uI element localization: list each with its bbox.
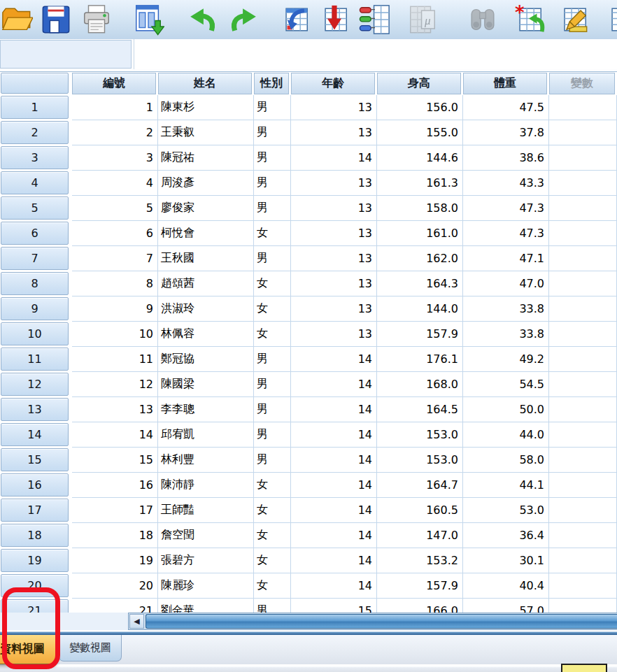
cell-weight[interactable]: 47.0 xyxy=(463,271,549,296)
cell-reference-box[interactable] xyxy=(0,40,132,69)
cell-extra[interactable] xyxy=(549,498,617,523)
cell-id[interactable]: 10 xyxy=(72,322,158,347)
cell-id[interactable]: 8 xyxy=(72,271,158,296)
cell-id[interactable]: 17 xyxy=(72,498,158,523)
cell-id[interactable]: 20 xyxy=(72,573,158,599)
cell-height[interactable]: 153.0 xyxy=(377,448,463,473)
row-header-5[interactable]: 5 xyxy=(0,196,72,221)
row-header-button[interactable]: 1 xyxy=(1,96,69,119)
cell-gender[interactable]: 女 xyxy=(254,498,291,523)
cell-age[interactable]: 13 xyxy=(291,246,377,271)
row-header-21[interactable]: 21 xyxy=(0,599,72,613)
cell-height[interactable]: 176.1 xyxy=(377,347,463,372)
row-header-button[interactable]: 15 xyxy=(1,448,69,471)
cell-height[interactable]: 160.5 xyxy=(377,498,463,523)
row-header-button[interactable]: 3 xyxy=(1,146,69,169)
cell-weight[interactable]: 43.3 xyxy=(463,171,549,196)
cell-height[interactable]: 166.0 xyxy=(377,599,463,613)
cell-age[interactable]: 14 xyxy=(291,422,377,448)
row-header-4[interactable]: 4 xyxy=(0,171,72,196)
cell-gender[interactable]: 女 xyxy=(254,296,291,322)
row-header-button[interactable]: 16 xyxy=(1,473,69,496)
column-header-height[interactable]: 身高 xyxy=(377,73,461,94)
cell-weight[interactable]: 47.1 xyxy=(463,246,549,271)
cell-name[interactable]: 陳國梁 xyxy=(158,372,254,397)
cell-weight[interactable]: 33.8 xyxy=(463,322,549,347)
cell-extra[interactable] xyxy=(549,548,617,573)
cell-gender[interactable]: 女 xyxy=(254,221,291,246)
cell-height[interactable]: 161.3 xyxy=(377,171,463,196)
cell-name[interactable]: 鄭冠協 xyxy=(158,347,254,372)
cell-name[interactable]: 趙頌茜 xyxy=(158,271,254,296)
cell-height[interactable]: 157.9 xyxy=(377,573,463,599)
tab-data-view[interactable]: 資料視圖 xyxy=(0,635,56,664)
cell-extra[interactable] xyxy=(549,95,617,120)
row-header-button[interactable]: 13 xyxy=(1,398,69,421)
cell-name[interactable]: 廖俊家 xyxy=(158,196,254,221)
cell-gender[interactable]: 男 xyxy=(254,145,291,171)
cell-id[interactable]: 12 xyxy=(72,372,158,397)
cell-extra[interactable] xyxy=(549,171,617,196)
cell-id[interactable]: 1 xyxy=(72,95,158,120)
cell-weight[interactable]: 54.5 xyxy=(463,372,549,397)
cell-age[interactable]: 13 xyxy=(291,171,377,196)
cell-id[interactable]: 18 xyxy=(72,523,158,548)
cell-age[interactable]: 13 xyxy=(291,271,377,296)
row-header-10[interactable]: 10 xyxy=(0,322,72,347)
recall-dialogs-icon[interactable] xyxy=(132,2,165,37)
row-header-8[interactable]: 8 xyxy=(0,271,72,296)
cell-gender[interactable]: 女 xyxy=(254,271,291,296)
cell-gender[interactable]: 男 xyxy=(254,196,291,221)
cell-extra[interactable] xyxy=(549,196,617,221)
cell-name[interactable]: 詹空閏 xyxy=(158,523,254,548)
cell-name[interactable]: 林利豐 xyxy=(158,448,254,473)
row-header-17[interactable]: 17 xyxy=(0,498,72,523)
cell-id[interactable]: 21 xyxy=(72,599,158,613)
cell-id[interactable]: 19 xyxy=(72,548,158,573)
cell-extra[interactable] xyxy=(549,120,617,145)
cell-name[interactable]: 林佩容 xyxy=(158,322,254,347)
cell-age[interactable]: 14 xyxy=(291,145,377,171)
cell-gender[interactable]: 男 xyxy=(254,95,291,120)
cell-edit-field[interactable] xyxy=(134,39,617,69)
column-header-weight[interactable]: 體重 xyxy=(463,73,547,94)
cell-extra[interactable] xyxy=(549,145,617,171)
cell-name[interactable]: 洪淑玲 xyxy=(158,296,254,322)
row-header-button[interactable]: 20 xyxy=(1,574,69,597)
cell-id[interactable]: 7 xyxy=(72,246,158,271)
cell-gender[interactable]: 男 xyxy=(254,246,291,271)
cell-name[interactable]: 周浚彥 xyxy=(158,171,254,196)
cell-extra[interactable] xyxy=(549,523,617,548)
cell-gender[interactable]: 男 xyxy=(254,599,291,613)
row-header-6[interactable]: 6 xyxy=(0,221,72,246)
scrollbar-thumb[interactable] xyxy=(146,614,617,629)
row-header-button[interactable]: 11 xyxy=(1,348,69,371)
row-header-button[interactable]: 5 xyxy=(1,196,69,220)
cell-extra[interactable] xyxy=(549,221,617,246)
cell-name[interactable]: 王秋國 xyxy=(158,246,254,271)
cell-age[interactable]: 14 xyxy=(291,448,377,473)
cell-height[interactable]: 144.6 xyxy=(377,145,463,171)
insert-cases-icon[interactable]: * xyxy=(512,2,546,37)
cell-gender[interactable]: 女 xyxy=(254,548,291,573)
cell-age[interactable]: 13 xyxy=(291,95,377,120)
cell-age[interactable]: 15 xyxy=(291,599,377,613)
cell-weight[interactable]: 44.0 xyxy=(463,422,549,448)
cell-id[interactable]: 15 xyxy=(72,448,158,473)
cell-height[interactable]: 153.0 xyxy=(377,422,463,448)
row-header-9[interactable]: 9 xyxy=(0,296,72,322)
cell-age[interactable]: 13 xyxy=(291,120,377,145)
row-header-button[interactable]: 2 xyxy=(1,121,69,144)
cell-extra[interactable] xyxy=(549,271,617,296)
row-header-2[interactable]: 2 xyxy=(0,120,72,145)
row-header-button[interactable]: 21 xyxy=(1,599,69,613)
print-icon[interactable] xyxy=(80,2,113,37)
cell-weight[interactable]: 30.1 xyxy=(463,548,549,573)
cell-extra[interactable] xyxy=(549,347,617,372)
cell-height[interactable]: 156.0 xyxy=(377,95,463,120)
cell-id[interactable]: 9 xyxy=(72,296,158,322)
cell-extra[interactable] xyxy=(549,246,617,271)
cell-age[interactable]: 14 xyxy=(291,372,377,397)
cell-name[interactable]: 王秉叡 xyxy=(158,120,254,145)
row-header-19[interactable]: 19 xyxy=(0,548,72,573)
